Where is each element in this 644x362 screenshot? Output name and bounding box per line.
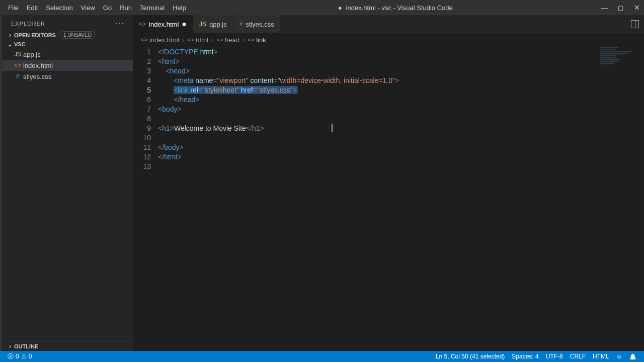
file-icon: JS <box>13 51 22 58</box>
tag-icon: <> <box>248 37 254 43</box>
tab-label: index.html <box>149 21 179 28</box>
menu-bar: FileEditSelectionViewGoRunTerminalHelp ●… <box>0 0 644 15</box>
tag-icon: <> <box>141 37 147 43</box>
tab-label: app.js <box>209 21 227 28</box>
file-icon: # <box>13 73 22 80</box>
breadcrumb-item[interactable]: <>head <box>216 36 239 44</box>
editor-tab[interactable]: <>index.html● <box>133 15 193 33</box>
file-tree-item[interactable]: <>index.html <box>2 60 133 71</box>
file-name: index.html <box>23 62 53 69</box>
file-tree-item[interactable]: JSapp.js <box>2 49 133 60</box>
status-language[interactable]: HTML <box>589 353 613 360</box>
editor-group: <>index.html●JSapp.js#stlyes.css <>index… <box>133 15 644 351</box>
close-button[interactable]: ✕ <box>634 4 640 12</box>
window-controls: — ◻ ✕ <box>601 4 640 12</box>
file-icon: JS <box>199 21 206 28</box>
dirty-indicator: ● <box>338 4 342 12</box>
window-title: ● index.html - vsc - Visual Studio Code <box>190 4 601 12</box>
file-tree: JSapp.js<>index.html#stlyes.css <box>2 49 133 82</box>
tab-bar: <>index.html●JSapp.js#stlyes.css <box>133 15 644 33</box>
outline-label: OUTLINE <box>14 343 38 349</box>
minimap[interactable] <box>599 46 644 76</box>
status-notifications[interactable] <box>626 353 640 360</box>
breadcrumb-item[interactable]: <>index.html <box>141 36 179 44</box>
editor-tab[interactable]: JSapp.js <box>193 15 233 33</box>
menu-item-edit[interactable]: Edit <box>23 4 42 12</box>
menu-item-terminal[interactable]: Terminal <box>136 4 169 12</box>
warning-icon <box>21 353 27 360</box>
breadcrumbs[interactable]: <>index.html›<>html›<>head›<>link <box>133 33 644 46</box>
file-name: app.js <box>23 51 41 58</box>
explorer-title: EXPLORER <box>11 21 45 27</box>
status-feedback[interactable]: ☺ <box>613 353 626 360</box>
editor-tab[interactable]: #stlyes.css <box>233 15 281 33</box>
tag-icon: <> <box>216 37 223 43</box>
dirty-indicator: ● <box>182 20 187 28</box>
file-name: stlyes.css <box>23 73 51 80</box>
maximize-button[interactable]: ◻ <box>618 4 624 12</box>
file-icon: # <box>239 21 243 28</box>
chevron-right-icon: › <box>6 32 14 39</box>
menu-item-help[interactable]: Help <box>169 4 190 12</box>
status-problems[interactable]: 0 0 <box>4 352 35 361</box>
sidebar: EXPLORER ··· › OPEN EDITORS 1 UNSAVED ⌄ … <box>2 15 133 351</box>
more-icon[interactable]: ··· <box>115 19 125 28</box>
menu-item-view[interactable]: View <box>77 4 99 12</box>
tag-icon: <> <box>187 37 194 43</box>
file-tree-item[interactable]: #stlyes.css <box>2 71 133 82</box>
menu-item-go[interactable]: Go <box>99 4 116 12</box>
project-name: VSC <box>14 41 26 47</box>
breadcrumb-item[interactable]: <>html <box>187 36 208 44</box>
menu-item-selection[interactable]: Selection <box>42 4 76 12</box>
menu-item-run[interactable]: Run <box>116 4 136 12</box>
breadcrumb-item[interactable]: <>link <box>248 36 266 44</box>
open-editors-section[interactable]: › OPEN EDITORS 1 UNSAVED <box>2 30 133 40</box>
chevron-right-icon: › <box>6 343 14 350</box>
tab-label: stlyes.css <box>246 21 274 28</box>
status-bar: 0 0 Ln 5, Col 50 (41 selected) Spaces: 4… <box>0 351 644 362</box>
status-eol[interactable]: CRLF <box>567 353 589 360</box>
unsaved-badge: 1 UNSAVED <box>60 31 95 39</box>
project-section[interactable]: ⌄ VSC <box>2 40 133 49</box>
code-content[interactable]: <!DOCTYPE html><html> <head> <meta name=… <box>158 46 644 351</box>
file-icon: <> <box>13 62 22 69</box>
error-icon <box>8 352 14 361</box>
status-cursor-position[interactable]: Ln 5, Col 50 (41 selected) <box>432 353 508 360</box>
open-editors-label: OPEN EDITORS <box>14 32 56 38</box>
window-title-text: index.html - vsc - Visual Studio Code <box>346 4 453 12</box>
outline-section[interactable]: › OUTLINE <box>2 341 133 351</box>
file-icon: <> <box>139 21 146 28</box>
split-editor-icon[interactable] <box>631 20 639 28</box>
chevron-down-icon: ⌄ <box>6 41 14 48</box>
line-gutter: 12345678910111213 <box>133 46 158 351</box>
status-encoding[interactable]: UTF-8 <box>542 353 567 360</box>
status-indentation[interactable]: Spaces: 4 <box>508 353 542 360</box>
minimize-button[interactable]: — <box>601 4 608 12</box>
code-editor[interactable]: 12345678910111213 <!DOCTYPE html><html> … <box>133 46 644 351</box>
bell-icon <box>629 353 636 360</box>
menu-item-file[interactable]: File <box>4 4 23 12</box>
